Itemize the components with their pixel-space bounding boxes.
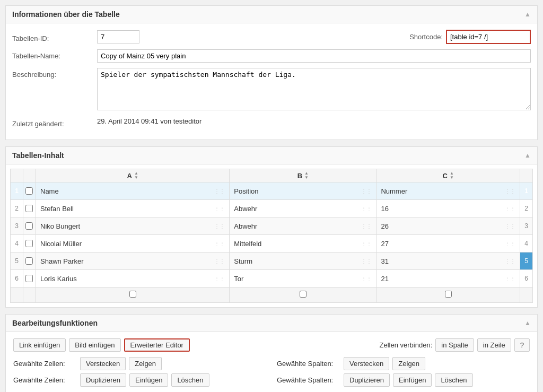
row-num-3: 3: [11, 217, 23, 235]
row-num-6: 6: [11, 270, 23, 288]
spalten-zeigen-button[interactable]: Zeigen: [392, 357, 425, 370]
zeilen-duplizieren-button[interactable]: Duplizieren: [80, 373, 126, 387]
left-buttons: Link einfügen Bild einfügen Erweiterter …: [13, 338, 190, 352]
spalten-loeschen-button[interactable]: Löschen: [435, 373, 472, 387]
col-a-letter: A: [127, 172, 132, 180]
id-input[interactable]: [97, 30, 139, 43]
row-5-cell-c: 31: [381, 257, 503, 265]
row-3-cell-c: 26: [381, 222, 503, 230]
row-4-drag-c[interactable]: ⋮⋮: [505, 241, 515, 247]
shortcode-label: Shortcode:: [409, 33, 443, 41]
question-button[interactable]: ?: [514, 338, 530, 352]
name-field: [97, 49, 531, 63]
bottom-check-b[interactable]: [300, 291, 306, 298]
row-6-drag-b[interactable]: ⋮⋮: [361, 276, 372, 282]
row-2-check[interactable]: [25, 205, 33, 212]
col-b-sort[interactable]: ▲▼: [304, 171, 309, 180]
spalten-einfuegen-button[interactable]: Einfügen: [393, 373, 432, 387]
row-4-drag-a[interactable]: ⋮⋮: [214, 241, 225, 247]
row-1-drag-b[interactable]: ⋮⋮: [361, 188, 372, 194]
last-modified-label: Zuletzt geändert:: [12, 117, 97, 128]
info-section-body: Tabellen-ID: Shortcode: Tabellen-Name: B…: [6, 23, 537, 140]
row-6-check[interactable]: [25, 275, 33, 282]
edit-two-col-grid: Gewählte Zeilen: Verstecken Zeigen Gewäh…: [13, 357, 530, 392]
page-wrapper: Informationen über die Tabelle ▲ Tabelle…: [0, 0, 543, 392]
collapse-icon[interactable]: ▲: [524, 11, 531, 18]
row-6-drag-c[interactable]: ⋮⋮: [505, 276, 515, 282]
col-b-header[interactable]: B ▲▼: [230, 169, 376, 182]
zeilen-einfuegen-button[interactable]: Einfügen: [129, 373, 168, 387]
row-4-cell-c: 27: [381, 240, 503, 248]
last-modified-row: Zuletzt geändert: 29. April 2014 09:41 v…: [12, 117, 531, 128]
row-4-check[interactable]: [25, 240, 33, 247]
row-num-right-5: 5: [520, 252, 533, 270]
row-4-cell-a: Nicolai Müller: [40, 240, 212, 248]
name-row: Tabellen-Name:: [12, 49, 531, 63]
row-2-drag-b[interactable]: ⋮⋮: [361, 206, 372, 212]
col-b-letter: B: [297, 172, 302, 180]
row-1-cell-b: Position: [234, 187, 359, 195]
row-2-cell-b: Abwehr: [234, 205, 359, 213]
spalten-duplizieren-button[interactable]: Duplizieren: [344, 373, 390, 387]
row-3-check[interactable]: [25, 222, 33, 230]
in-zeile-button[interactable]: in Zeile: [477, 338, 511, 352]
row-num-5: 5: [11, 252, 23, 270]
row-num-right-3: 3: [520, 217, 533, 235]
zeilen-loeschen-button[interactable]: Löschen: [171, 373, 209, 387]
zellen-verbinden-group: Zellen verbinden: in Spalte in Zeile ?: [380, 338, 530, 352]
zeilen-zeigen-button[interactable]: Zeigen: [129, 357, 162, 370]
in-spalte-button[interactable]: in Spalte: [435, 338, 474, 352]
table-row: 3 Niko Bungert ⋮⋮: [11, 217, 533, 235]
name-input[interactable]: [97, 49, 531, 63]
row-3-drag-a[interactable]: ⋮⋮: [214, 223, 225, 229]
row-2-drag-a[interactable]: ⋮⋮: [214, 206, 225, 212]
bild-einfuegen-button[interactable]: Bild einfügen: [69, 338, 120, 352]
col-c-sort[interactable]: ▲▼: [450, 171, 454, 180]
description-field: Spieler der sympatischsten Mannschaft de…: [97, 68, 531, 112]
shortcode-input[interactable]: [446, 30, 531, 44]
col-a-sort[interactable]: ▲▼: [134, 171, 138, 180]
row-5-drag-a[interactable]: ⋮⋮: [214, 258, 225, 264]
row-1-drag-a[interactable]: ⋮⋮: [214, 188, 225, 194]
gewahlte-zeilen-label-2: Gewählte Zeilen:: [13, 376, 77, 384]
edit-section: Bearbeitungsfunktionen ▲ Link einfügen B…: [5, 314, 538, 392]
id-shortcode-row: Tabellen-ID: Shortcode:: [12, 30, 531, 44]
row-6-cell-c: 21: [381, 275, 503, 283]
spalten-verstecken-button[interactable]: Verstecken: [344, 357, 389, 370]
row-4-drag-b[interactable]: ⋮⋮: [361, 241, 372, 247]
row-num-1: 1: [11, 182, 23, 200]
erweiterter-editor-button[interactable]: Erweiterter Editor: [124, 338, 190, 352]
table-row: 1 Name ⋮⋮: [11, 182, 533, 200]
row-1-drag-c[interactable]: ⋮⋮: [505, 188, 515, 194]
row-num-right-1: 1: [520, 182, 533, 200]
name-label: Tabellen-Name:: [12, 49, 97, 60]
row-6-drag-a[interactable]: ⋮⋮: [214, 276, 225, 282]
bottom-check-row: [11, 288, 533, 303]
spalten-verstecken-row: Gewählte Spalten: Verstecken Zeigen: [277, 357, 530, 370]
bottom-check-c[interactable]: [445, 291, 452, 298]
row-5-check[interactable]: [25, 257, 33, 265]
table-row: 6 Loris Karius ⋮⋮: [11, 270, 533, 288]
zellen-verbinden-label: Zellen verbinden:: [380, 341, 433, 349]
description-textarea[interactable]: Spieler der sympatischsten Mannschaft de…: [97, 68, 531, 110]
zeilen-verstecken-button[interactable]: Verstecken: [80, 357, 126, 370]
bottom-check-a[interactable]: [129, 291, 136, 298]
edit-collapse-icon[interactable]: ▲: [524, 319, 531, 327]
col-c-header[interactable]: C ▲▼: [376, 169, 520, 182]
row-3-drag-c[interactable]: ⋮⋮: [505, 223, 515, 229]
row-5-drag-c[interactable]: ⋮⋮: [505, 258, 515, 264]
row-5-drag-b[interactable]: ⋮⋮: [361, 258, 372, 264]
col-c-letter: C: [443, 172, 448, 180]
edit-top-row: Link einfügen Bild einfügen Erweiterter …: [13, 338, 530, 352]
col-a-header[interactable]: A ▲▼: [36, 169, 230, 182]
row-1-check[interactable]: [25, 187, 33, 195]
row-2-drag-c[interactable]: ⋮⋮: [505, 206, 515, 212]
table-container: A ▲▼ B ▲▼: [10, 169, 533, 303]
row-num-4: 4: [11, 235, 23, 252]
row-4-cell-b: Mittelfeld: [234, 240, 359, 248]
row-6-cell-b: Tor: [234, 275, 359, 283]
row-3-drag-b[interactable]: ⋮⋮: [361, 223, 372, 229]
info-section-title: Informationen über die Tabelle: [12, 10, 120, 19]
content-collapse-icon[interactable]: ▲: [524, 152, 531, 159]
link-einfuegen-button[interactable]: Link einfügen: [13, 338, 66, 352]
